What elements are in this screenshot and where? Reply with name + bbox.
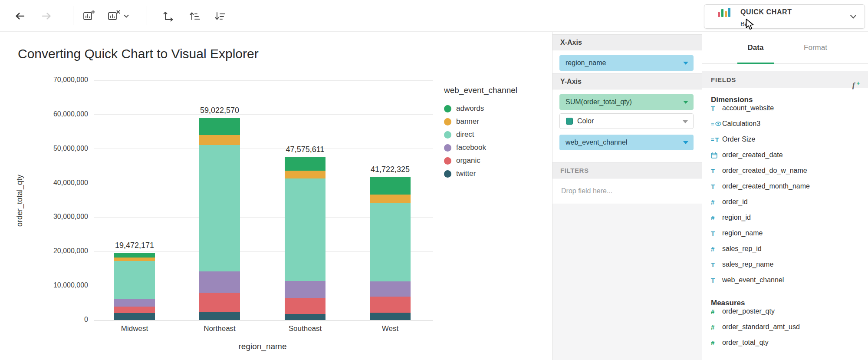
legend-item-facebook[interactable]: facebook xyxy=(444,141,517,154)
bar-segment-facebook-Southeast[interactable] xyxy=(285,281,326,298)
fields-header-label: FIELDS xyxy=(711,76,736,83)
add-calculated-field-icon[interactable]: ƒ+ xyxy=(852,75,860,94)
bar-segment-twitter-West[interactable] xyxy=(370,313,411,320)
bar-segment-facebook-West[interactable] xyxy=(370,281,411,297)
sort-ascending-button[interactable] xyxy=(187,9,202,23)
bar-segment-direct-West[interactable] xyxy=(370,203,411,281)
field-row-web-event-channel[interactable]: Tweb_event_channel xyxy=(702,272,868,288)
bar-segment-adwords-Northeast[interactable] xyxy=(199,118,240,135)
x-axis-field-pill[interactable]: region_name xyxy=(559,55,694,71)
field-row-order-created-month-name[interactable]: Torder_created_month_name xyxy=(702,178,868,194)
x-tick-label: Midwest xyxy=(100,324,169,333)
bar-segment-adwords-Southeast[interactable] xyxy=(285,157,326,171)
field-row-sales-rep-name[interactable]: Tsales_rep_name xyxy=(702,257,868,272)
field-row-order-standard-amt-usd[interactable]: #order_standard_amt_usd xyxy=(702,319,868,335)
field-row-order-id[interactable]: #order_id xyxy=(702,194,868,210)
bar-segment-facebook-Midwest[interactable] xyxy=(114,299,155,307)
toolbar-divider xyxy=(147,6,147,25)
field-row-order-size[interactable]: =TOrder Size xyxy=(702,132,868,147)
legend-label: facebook xyxy=(456,143,486,152)
calc-eye-field-icon: = xyxy=(711,121,722,127)
legend-item-direct[interactable]: direct xyxy=(444,128,517,141)
forward-arrow-icon xyxy=(40,10,53,22)
add-chart-icon xyxy=(82,10,95,23)
field-row-account-website[interactable]: Taccount_website xyxy=(702,104,868,116)
field-row-order-poster-qty[interactable]: #order_poster_qty xyxy=(702,307,868,319)
tab-data-label: Data xyxy=(748,43,764,52)
sort-descending-button[interactable] xyxy=(212,9,227,23)
legend-label: twitter xyxy=(456,169,476,178)
x-axis-field-label: region_name xyxy=(566,59,606,67)
bar-total-label: 47,575,611 xyxy=(270,145,340,154)
field-row-order-created-do-w-name[interactable]: Torder_created_do_w_name xyxy=(702,163,868,178)
number-field-icon: # xyxy=(711,245,722,253)
back-button[interactable] xyxy=(13,9,27,23)
bar-segment-direct-Southeast[interactable] xyxy=(285,178,326,281)
chart-legend: web_event_channel adwordsbannerdirectfac… xyxy=(444,86,517,180)
chevron-down-icon[interactable] xyxy=(850,14,857,19)
bar-segment-adwords-Midwest[interactable] xyxy=(114,253,155,257)
y-tick-label: 70,000,000 xyxy=(23,76,88,84)
pill-caret-icon[interactable] xyxy=(683,141,688,144)
field-row-sales-rep-id[interactable]: #sales_rep_id xyxy=(702,241,868,257)
number-field-icon: # xyxy=(711,324,722,331)
bar-segment-organic-West[interactable] xyxy=(370,297,411,313)
text-field-icon: T xyxy=(711,105,722,112)
field-row-order-total-qty[interactable]: #order_total_qty xyxy=(702,335,868,350)
legend-item-banner[interactable]: banner xyxy=(444,115,517,128)
bar-segment-organic-Midwest[interactable] xyxy=(114,307,155,313)
chart-type-caret-button[interactable] xyxy=(122,9,131,23)
forward-button[interactable] xyxy=(39,9,54,23)
bar-segment-twitter-Midwest[interactable] xyxy=(114,313,155,320)
bar-total-label: 41,722,325 xyxy=(355,165,425,174)
bar-total-label: 19,472,171 xyxy=(100,241,169,250)
sort-descending-icon xyxy=(213,10,226,23)
quick-chart-logo-icon xyxy=(717,7,732,18)
bar-segment-banner-West[interactable] xyxy=(370,195,411,203)
add-chart-button[interactable] xyxy=(81,9,96,23)
color-field-pill[interactable]: web_event_channel xyxy=(559,135,694,150)
legend-item-organic[interactable]: organic xyxy=(444,154,517,167)
bar-segment-banner-Northeast[interactable] xyxy=(199,135,240,145)
bar-segment-facebook-Northeast[interactable] xyxy=(199,271,240,293)
tab-data[interactable]: Data xyxy=(736,32,775,64)
field-label: account_website xyxy=(722,104,774,112)
field-label: order_id xyxy=(722,198,748,206)
bar-segment-direct-Northeast[interactable] xyxy=(199,145,240,271)
legend-swatch xyxy=(444,131,451,139)
filter-drop-zone[interactable]: Drop field here... xyxy=(552,178,702,204)
bar-segment-organic-Southeast[interactable] xyxy=(285,298,326,314)
quick-chart-dropdown[interactable]: QUICK CHART Bar xyxy=(704,4,865,29)
legend-item-adwords[interactable]: adwords xyxy=(444,102,517,115)
back-arrow-icon xyxy=(13,10,26,22)
legend-title: web_event_channel xyxy=(444,86,517,95)
bar-segment-twitter-Northeast[interactable] xyxy=(199,312,240,320)
bar-segment-twitter-Southeast[interactable] xyxy=(285,314,326,320)
pill-caret-icon[interactable] xyxy=(683,101,688,104)
text-field-icon: T xyxy=(711,183,722,190)
calc-text-field-icon: =T xyxy=(711,136,722,143)
field-row-calculation3[interactable]: =Calculation3 xyxy=(702,116,868,132)
tab-format[interactable]: Format xyxy=(794,32,837,64)
pill-caret-icon[interactable] xyxy=(683,62,688,65)
field-row-region-name[interactable]: Tregion_name xyxy=(702,225,868,241)
field-row-region-id[interactable]: #region_id xyxy=(702,210,868,225)
color-pill[interactable]: Color xyxy=(559,113,694,129)
sort-ascending-icon xyxy=(188,10,201,23)
bar-segment-organic-Northeast[interactable] xyxy=(199,293,240,312)
legend-item-twitter[interactable]: twitter xyxy=(444,167,517,180)
y-axis-field-pill[interactable]: SUM(order_total_qty) xyxy=(559,94,694,110)
field-label: region_id xyxy=(722,214,751,221)
pill-caret-icon[interactable] xyxy=(683,120,688,123)
quick-chart-selected-type[interactable]: Bar xyxy=(740,20,865,28)
bar-segment-banner-Midwest[interactable] xyxy=(114,258,155,261)
remove-chart-button[interactable] xyxy=(106,9,121,23)
bar-segment-direct-Midwest[interactable] xyxy=(114,261,155,299)
x-axis-title: region_name xyxy=(239,342,287,351)
bar-segment-adwords-West[interactable] xyxy=(370,177,411,195)
field-row-order-created-date[interactable]: order_created_date xyxy=(702,147,868,163)
color-field-label: web_event_channel xyxy=(566,139,627,146)
bar-segment-banner-Southeast[interactable] xyxy=(285,171,326,178)
swap-axes-button[interactable] xyxy=(161,9,176,23)
x-axis-section-header: X-Axis xyxy=(552,34,702,50)
